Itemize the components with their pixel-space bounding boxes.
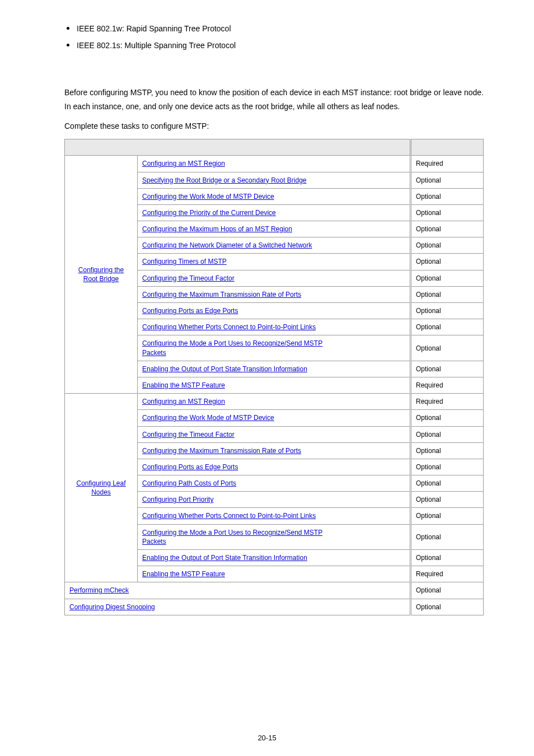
link-task[interactable]: Configuring the Work Mode of MSTP Device bbox=[142, 414, 274, 422]
link-task[interactable]: Configuring Ports as Edge Ports bbox=[142, 463, 238, 471]
remarks-cell: Optional bbox=[411, 221, 484, 237]
link-task[interactable]: Configuring the Network Diameter of a Sw… bbox=[142, 241, 312, 249]
intro-paragraph-2: Complete these tasks to configure MSTP: bbox=[64, 119, 484, 133]
group-root-bridge: Configuring the Root Bridge bbox=[65, 156, 138, 394]
link-task[interactable]: Configuring Timers of MSTP bbox=[142, 258, 227, 265]
link-performing-mcheck[interactable]: Performing mCheck bbox=[69, 586, 129, 594]
intro-paragraph-1: Before configuring MSTP, you need to kno… bbox=[64, 86, 484, 114]
remarks-cell: Optional bbox=[411, 442, 484, 459]
link-task[interactable]: Enabling the Output of Port State Transi… bbox=[142, 554, 307, 562]
remarks-cell: Optional bbox=[411, 524, 484, 549]
remarks-cell: Optional bbox=[411, 286, 484, 302]
remarks-cell: Required bbox=[411, 377, 484, 393]
remarks-cell: Optional bbox=[411, 508, 484, 524]
link-task[interactable]: Enabling the MSTP Feature bbox=[142, 570, 225, 578]
remarks-cell: Optional bbox=[411, 172, 484, 188]
remarks-cell: Optional bbox=[411, 410, 484, 426]
link-task[interactable]: Enabling the MSTP Feature bbox=[142, 381, 225, 389]
remarks-cell: Optional bbox=[411, 599, 484, 615]
remarks-cell: Optional bbox=[411, 303, 484, 319]
link-task[interactable]: Configuring an MST Region bbox=[142, 160, 225, 167]
link-task[interactable]: Configuring the Maximum Hops of an MST R… bbox=[142, 225, 292, 233]
table-header-remarks bbox=[411, 139, 484, 156]
remarks-cell: Optional bbox=[411, 550, 484, 566]
link-task[interactable]: Configuring the Maximum Transmission Rat… bbox=[142, 447, 301, 455]
remarks-cell: Optional bbox=[411, 188, 484, 204]
remarks-cell: Optional bbox=[411, 459, 484, 475]
remarks-cell: Optional bbox=[411, 361, 484, 377]
remarks-cell: Optional bbox=[411, 270, 484, 286]
link-task[interactable]: Configuring the Mode a Port Uses to Reco… bbox=[142, 339, 322, 356]
mstp-task-table: Configuring the Root Bridge Configuring … bbox=[64, 139, 484, 615]
bullet-list: IEEE 802.1w: Rapid Spanning Tree Protoco… bbox=[64, 22, 484, 52]
link-configuring-digest-snooping[interactable]: Configuring Digest Snooping bbox=[69, 603, 155, 611]
remarks-cell: Required bbox=[411, 566, 484, 582]
link-task[interactable]: Configuring the Timeout Factor bbox=[142, 431, 235, 438]
table-row: Configuring the Root Bridge Configuring … bbox=[65, 156, 484, 172]
link-task[interactable]: Configuring an MST Region bbox=[142, 398, 225, 405]
link-configuring-leaf-nodes[interactable]: Configuring Leaf Nodes bbox=[76, 479, 125, 496]
remarks-cell: Optional bbox=[411, 254, 484, 270]
link-task[interactable]: Configuring the Work Mode of MSTP Device bbox=[142, 193, 274, 200]
link-task[interactable]: Configuring Whether Ports Connect to Poi… bbox=[142, 512, 316, 520]
remarks-cell: Optional bbox=[411, 319, 484, 335]
link-configuring-root-bridge[interactable]: Configuring the Root Bridge bbox=[78, 266, 124, 283]
remarks-cell: Required bbox=[411, 156, 484, 172]
remarks-cell: Optional bbox=[411, 492, 484, 508]
remarks-cell: Required bbox=[411, 394, 484, 410]
link-task[interactable]: Configuring Port Priority bbox=[142, 496, 213, 503]
table-row: Performing mCheck Optional bbox=[65, 582, 484, 599]
link-task[interactable]: Specifying the Root Bridge or a Secondar… bbox=[142, 176, 307, 184]
link-task[interactable]: Configuring Path Costs of Ports bbox=[142, 479, 236, 487]
link-task[interactable]: Configuring the Maximum Transmission Rat… bbox=[142, 291, 301, 298]
remarks-cell: Optional bbox=[411, 204, 484, 221]
link-task[interactable]: Configuring the Priority of the Current … bbox=[142, 209, 276, 217]
link-task[interactable]: Configuring the Mode a Port Uses to Reco… bbox=[142, 529, 322, 545]
remarks-cell: Optional bbox=[411, 237, 484, 254]
remarks-cell: Optional bbox=[411, 335, 484, 361]
remarks-cell: Optional bbox=[411, 582, 484, 599]
link-task[interactable]: Configuring Ports as Edge Ports bbox=[142, 307, 238, 315]
link-task[interactable]: Enabling the Output of Port State Transi… bbox=[142, 365, 307, 373]
link-task[interactable]: Configuring Whether Ports Connect to Poi… bbox=[142, 323, 316, 331]
table-header-task bbox=[65, 139, 411, 156]
bullet-item: IEEE 802.1s: Multiple Spanning Tree Prot… bbox=[64, 39, 484, 52]
remarks-cell: Optional bbox=[411, 475, 484, 492]
link-task[interactable]: Configuring the Timeout Factor bbox=[142, 274, 235, 282]
group-leaf-nodes: Configuring Leaf Nodes bbox=[65, 394, 138, 582]
bullet-item: IEEE 802.1w: Rapid Spanning Tree Protoco… bbox=[64, 22, 484, 35]
table-row: Configuring Digest Snooping Optional bbox=[65, 599, 484, 615]
table-header-row bbox=[65, 139, 484, 156]
table-row: Configuring Leaf Nodes Configuring an MS… bbox=[65, 394, 484, 410]
page-number: 20-15 bbox=[0, 734, 534, 742]
remarks-cell: Optional bbox=[411, 426, 484, 442]
